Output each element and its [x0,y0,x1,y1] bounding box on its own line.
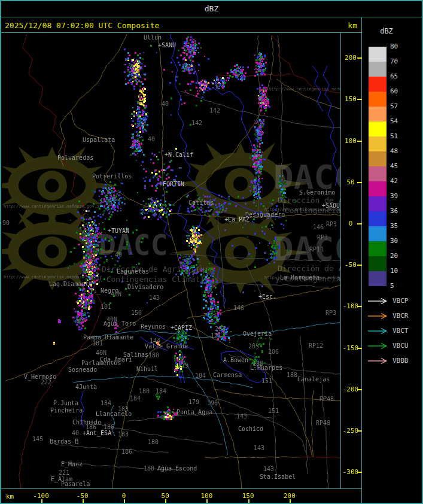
radar-map-area: Ullun+SANUUspallataPolvaredas+N.CalifPot… [2,33,341,488]
y-tick-mark [357,141,362,142]
station-label: +N.Calif [165,152,193,158]
place-label: Carmensa [213,372,242,378]
place-label: Potrerillos [92,174,132,180]
station-label: +SANU [158,42,176,48]
place-label: La_Horqueta [280,275,319,281]
road-number-label: 180 [148,439,159,445]
road-number-label: 180 [144,466,154,472]
colorbar-tick-label: 35 [390,222,398,230]
road-number-label: 188 [287,372,297,378]
road-number-label: RP11 [309,247,324,253]
road-number-label: 180 [139,388,150,394]
road-number-label: 205 [248,344,259,350]
legend-label: VBCU [392,342,409,350]
vbcp-arrow-icon [367,297,390,305]
colorbar-block [369,181,387,196]
colorbar-block [369,47,387,62]
road-number-label: 203 [215,326,226,332]
map-right-border [340,32,341,489]
colorbar-title: dBZ [363,27,410,35]
road-number-label: 143 [236,414,247,420]
colorbar-block [369,226,387,241]
colorbar-tick-label: 54 [390,117,398,126]
place-label: Polvaredas [57,155,93,161]
colorbar-tick-label: 42 [390,177,398,186]
road-number-label: RP48 [319,396,334,402]
road-number-label: 146 [233,305,244,311]
road-number-label: 184 [130,396,141,402]
place-label: A.Bowen [223,357,248,363]
colorbar-block [369,92,387,107]
colorbar-tick-label: 5 [390,282,394,290]
x-tick-mark [206,499,208,503]
place-label: Nihuil [136,366,158,372]
colorbar-tick-label: 45 [390,162,398,171]
road-number-label: 143 [254,445,264,451]
place-label: Uspallata [83,137,115,143]
legend-row-vbcu: VBCU [367,341,421,351]
vbcr-arrow-icon [367,312,390,320]
y-tick-mark [357,265,362,266]
y-tick-mark [357,430,362,432]
place-label: Lagunetas [117,269,149,275]
road-number-label: RP3 [317,235,328,241]
x-tick-mark [83,499,84,503]
road-number-label: 146 [313,224,324,230]
y-tick-mark [357,99,362,100]
road-number-label: 151 [261,378,272,384]
road-number-label: 171 [211,333,221,339]
vbcu-arrow-icon [367,342,390,350]
road-number-label: RP48 [316,420,330,426]
map-label-layer: Ullun+SANUUspallataPolvaredas+N.CalifPot… [2,33,341,488]
road-number-label: 40N [106,317,117,323]
colorbar-tick-label: 39 [390,192,398,201]
legend-row-vbbb: VBBB [367,356,421,366]
legend-row-vbct: VBCT [367,326,421,336]
colorbar-block [369,136,387,151]
place-label: Lag.Diamante [49,281,92,287]
legend-label: VBBB [392,357,409,365]
place-label: E_Manz [61,462,83,467]
road-number-label: RP3 [325,310,336,316]
colorbar-tick-label: 57 [390,102,398,111]
y-tick-mark [357,57,362,59]
vbbb-arrow-icon [367,357,390,365]
colorbar-tick-label: 60 [390,87,398,96]
road-number-label: RP12 [309,343,323,349]
y-tick-mark [357,389,362,390]
road-number-label: 40N [111,292,121,297]
road-number-label: 142 [191,120,202,126]
y-axis-unit-label: km [348,21,357,30]
y-tick-mark [357,182,362,183]
place-label: Catitas [188,200,214,206]
road-number-label: RP3 [326,221,337,227]
place-label: P.Junta [53,400,78,406]
colorbar-tick-label: 36 [390,207,398,215]
road-number-label: 143 [149,295,160,301]
road-number-label: 101 [101,304,111,310]
x-tick-mark [290,499,291,503]
place-label: Parlamentos [81,360,121,366]
road-number-label: 183 [118,432,129,438]
place-label: Desaguadero [245,212,285,218]
road-number-label: 40 [72,430,79,436]
page-title: dBZ [1,1,422,17]
road-number-label: 180 [148,353,159,359]
x-axis: km -100-50050100150200 [1,489,362,504]
road-number-label: 190 [207,400,218,406]
colorbar-tick-label: 51 [390,132,398,141]
road-number-label: 179 [188,399,199,405]
legend-row-vbcp: VBCP [367,296,421,306]
place-label: Ullun [144,35,162,41]
y-tick-mark [357,223,362,224]
place-label: Bardas_B [50,439,78,445]
road-number-label: 206 [268,349,279,355]
y-tick-mark [357,348,362,349]
road-number-label: 221 [59,470,69,476]
place-label: Llancanelo [96,411,132,417]
station-label: +FORTIN [159,181,184,187]
colorbar-block [369,196,387,211]
place-label: S.Geronimo [299,190,335,196]
info-row: 2025/12/08 07:02:00 UTC Composite km [1,17,362,33]
colorbar-block [369,62,387,77]
